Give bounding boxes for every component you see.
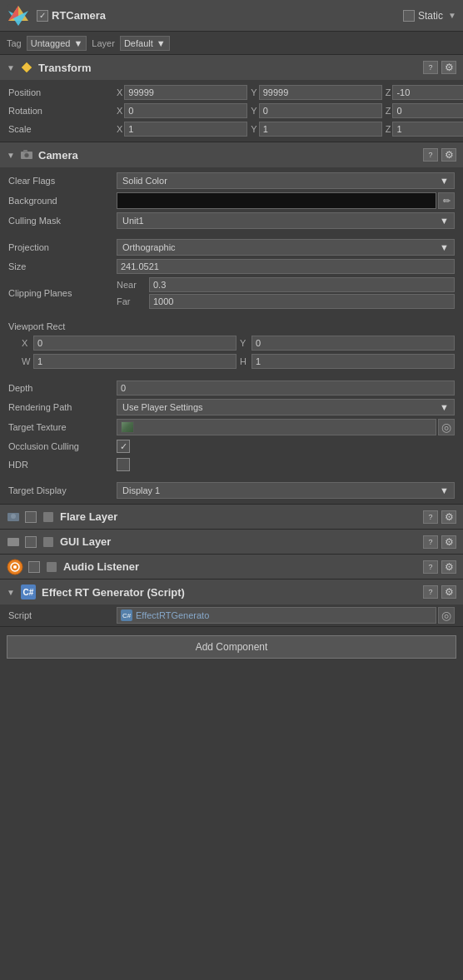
scale-x-input[interactable]: [124, 122, 247, 137]
near-input[interactable]: [149, 277, 455, 292]
viewport-wh-row: W H: [8, 352, 455, 371]
script-row: Script C# EffectRTGenerato ◎: [0, 604, 463, 626]
object-enabled-checkbox[interactable]: [37, 10, 48, 22]
transform-settings-button[interactable]: ⚙: [441, 61, 456, 74]
clear-flags-dropdown[interactable]: Solid Color ▼: [117, 172, 455, 189]
target-texture-field[interactable]: [117, 419, 436, 435]
camera-settings-button[interactable]: ⚙: [441, 148, 456, 162]
audio-listener-actions: ? ⚙: [423, 560, 456, 574]
tag-layer-bar: Tag Untagged ▼ Layer Default ▼: [0, 32, 463, 55]
camera-header[interactable]: ▼ Camera ? ⚙: [0, 142, 463, 167]
script-value-field[interactable]: C# EffectRTGenerato: [117, 607, 436, 624]
near-label: Near: [117, 280, 146, 290]
depth-input[interactable]: [117, 381, 455, 395]
projection-value: Orthographic: [122, 242, 176, 252]
transform-help-button[interactable]: ?: [423, 61, 438, 74]
background-color-field[interactable]: [117, 192, 436, 209]
gui-layer-checkbox[interactable]: [25, 536, 37, 548]
position-fields: X Y Z: [117, 85, 463, 100]
target-display-dropdown[interactable]: Display 1 ▼: [117, 482, 455, 499]
target-texture-row: Target Texture ◎: [0, 417, 463, 437]
viewport-h-input[interactable]: [251, 354, 455, 369]
texture-thumbnail-icon: [121, 421, 134, 433]
position-y-letter: Y: [251, 87, 256, 97]
clipping-planes-label: Clipping Planes: [8, 288, 117, 298]
svg-marker-4: [22, 62, 32, 72]
tag-dropdown[interactable]: Untagged ▼: [27, 36, 87, 51]
viewport-y-input[interactable]: [251, 336, 455, 351]
script-label: Script: [8, 610, 117, 620]
add-component-button[interactable]: Add Component: [7, 635, 456, 659]
scale-z-letter: Z: [386, 124, 391, 134]
eyedropper-button[interactable]: ✏: [438, 192, 455, 209]
size-input[interactable]: [117, 259, 455, 274]
rotation-y-letter: Y: [251, 106, 256, 116]
audio-listener-help-button[interactable]: ?: [423, 560, 438, 574]
layer-dropdown[interactable]: Default ▼: [120, 36, 170, 51]
scale-y-field: Y: [251, 122, 381, 137]
position-y-input[interactable]: [259, 85, 382, 100]
unity-logo-icon: [5, 2, 32, 29]
audio-listener-settings-button[interactable]: ⚙: [441, 560, 456, 574]
rotation-y-input[interactable]: [259, 103, 382, 118]
background-row: Background ✏: [0, 191, 463, 211]
transform-header[interactable]: ▼ Transform ? ⚙: [0, 55, 463, 80]
audio-listener-checkbox[interactable]: [28, 561, 40, 573]
position-x-input[interactable]: [124, 85, 247, 100]
scale-row: Scale X Y Z: [0, 120, 463, 138]
projection-dropdown[interactable]: Orthographic ▼: [117, 239, 455, 256]
target-texture-select-button[interactable]: ◎: [438, 419, 455, 435]
far-input[interactable]: [149, 294, 455, 309]
script-select-button[interactable]: ◎: [438, 607, 455, 624]
effect-rt-section: ▼ C# Effect RT Generator (Script) ? ⚙ Sc…: [0, 580, 463, 627]
svg-rect-12: [43, 537, 53, 547]
flare-layer-checkbox[interactable]: [25, 511, 37, 523]
header-bar: RTCamera Static ▼: [0, 0, 463, 32]
viewport-x-input[interactable]: [33, 336, 236, 351]
scale-z-input[interactable]: [392, 122, 463, 137]
script-file-icon: C#: [121, 609, 132, 621]
effect-rt-header[interactable]: ▼ C# Effect RT Generator (Script) ? ⚙: [0, 580, 463, 604]
occlusion-culling-row: Occlusion Culling: [0, 437, 463, 455]
depth-label: Depth: [8, 383, 117, 393]
audio-listener-icon: [7, 559, 23, 575]
viewport-w-input[interactable]: [33, 354, 236, 369]
effect-rt-title: Effect RT Generator (Script): [42, 586, 418, 599]
size-label: Size: [8, 261, 117, 271]
occlusion-culling-checkbox[interactable]: [117, 440, 130, 453]
viewport-h-letter: H: [240, 356, 250, 366]
hdr-label: HDR: [8, 460, 117, 470]
effect-rt-triangle: ▼: [7, 588, 15, 597]
flare-layer-help-button[interactable]: ?: [423, 510, 438, 524]
effect-rt-settings-button[interactable]: ⚙: [441, 585, 456, 599]
camera-title: Camera: [38, 149, 418, 162]
effect-rt-help-button[interactable]: ?: [423, 585, 438, 599]
viewport-y-letter: Y: [240, 338, 250, 348]
size-row: Size: [0, 257, 463, 276]
tag-dropdown-arrow: ▼: [73, 38, 82, 48]
gui-layer-row: GUI Layer ? ⚙: [0, 530, 463, 555]
camera-help-button[interactable]: ?: [423, 148, 438, 162]
clear-flags-row: Clear Flags Solid Color ▼: [0, 171, 463, 191]
position-z-input[interactable]: [392, 85, 463, 100]
gui-layer-settings-button[interactable]: ⚙: [441, 535, 456, 549]
static-dropdown-arrow[interactable]: ▼: [446, 10, 458, 22]
flare-layer-settings-button[interactable]: ⚙: [441, 510, 456, 524]
clear-flags-value: Solid Color: [122, 176, 167, 186]
gui-layer-help-button[interactable]: ?: [423, 535, 438, 549]
rotation-row: Rotation X Y Z: [0, 102, 463, 120]
viewport-rect-label-row: Viewport Rect: [8, 319, 455, 334]
scale-label: Scale: [8, 124, 117, 134]
rotation-z-input[interactable]: [392, 103, 463, 118]
gui-layer-title: GUI Layer: [60, 535, 418, 548]
rendering-path-dropdown[interactable]: Use Player Settings ▼: [117, 399, 455, 415]
static-checkbox[interactable]: [403, 10, 415, 22]
hdr-checkbox[interactable]: [117, 458, 130, 471]
scale-y-input[interactable]: [259, 122, 382, 137]
svg-rect-16: [47, 562, 57, 572]
rotation-x-input[interactable]: [124, 103, 247, 118]
culling-mask-dropdown[interactable]: Unit1 ▼: [117, 212, 455, 229]
flare-layer-icon: [7, 510, 20, 524]
position-z-letter: Z: [386, 87, 391, 97]
projection-arrow: ▼: [440, 242, 449, 252]
